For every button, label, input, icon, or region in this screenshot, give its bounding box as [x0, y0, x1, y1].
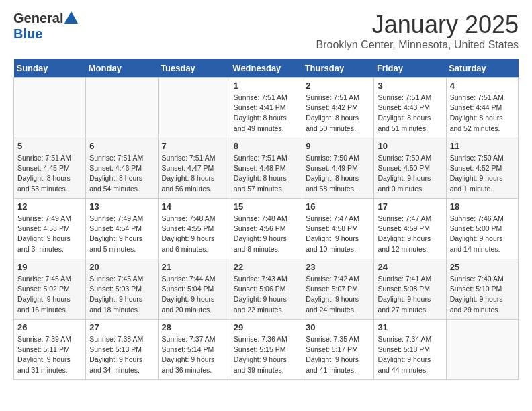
calendar-cell: 2Sunrise: 7:51 AMSunset: 4:42 PMDaylight… — [302, 78, 374, 138]
day-number: 7 — [162, 141, 226, 151]
col-header-sunday: Sunday — [14, 59, 86, 78]
calendar-cell: 20Sunrise: 7:45 AMSunset: 5:03 PMDayligh… — [86, 259, 158, 320]
calendar-cell: 30Sunrise: 7:35 AMSunset: 5:17 PMDayligh… — [302, 320, 374, 380]
logo-blue-text: Blue — [13, 26, 42, 42]
day-number: 6 — [89, 141, 154, 151]
col-header-tuesday: Tuesday — [158, 59, 230, 78]
day-info: Sunrise: 7:50 AMSunset: 4:50 PMDaylight:… — [378, 153, 442, 194]
day-info: Sunrise: 7:49 AMSunset: 4:53 PMDaylight:… — [17, 214, 82, 255]
day-info: Sunrise: 7:34 AMSunset: 5:18 PMDaylight:… — [378, 334, 442, 375]
day-info: Sunrise: 7:50 AMSunset: 4:52 PMDaylight:… — [450, 153, 515, 194]
calendar-cell: 31Sunrise: 7:34 AMSunset: 5:18 PMDayligh… — [374, 320, 446, 380]
calendar-cell: 5Sunrise: 7:51 AMSunset: 4:45 PMDaylight… — [14, 138, 86, 199]
col-header-thursday: Thursday — [302, 59, 374, 78]
calendar-cell: 22Sunrise: 7:43 AMSunset: 5:06 PMDayligh… — [230, 259, 302, 320]
col-header-wednesday: Wednesday — [230, 59, 302, 78]
calendar-cell: 10Sunrise: 7:50 AMSunset: 4:50 PMDayligh… — [374, 138, 446, 199]
day-number: 5 — [17, 141, 82, 151]
day-info: Sunrise: 7:45 AMSunset: 5:02 PMDaylight:… — [17, 274, 82, 315]
calendar-table: SundayMondayTuesdayWednesdayThursdayFrid… — [13, 59, 519, 380]
calendar-cell: 16Sunrise: 7:47 AMSunset: 4:58 PMDayligh… — [302, 199, 374, 259]
day-number: 31 — [378, 322, 442, 332]
calendar-cell: 29Sunrise: 7:36 AMSunset: 5:15 PMDayligh… — [230, 320, 302, 380]
day-number: 29 — [234, 322, 298, 332]
calendar-header-row: SundayMondayTuesdayWednesdayThursdayFrid… — [14, 59, 519, 78]
day-number: 3 — [378, 81, 442, 91]
day-info: Sunrise: 7:42 AMSunset: 5:07 PMDaylight:… — [306, 274, 370, 315]
logo: General Blue — [13, 11, 78, 42]
day-number: 9 — [306, 141, 370, 151]
day-number: 24 — [378, 262, 442, 272]
col-header-monday: Monday — [86, 59, 158, 78]
day-info: Sunrise: 7:51 AMSunset: 4:46 PMDaylight:… — [89, 153, 154, 194]
day-number: 21 — [162, 262, 226, 272]
day-info: Sunrise: 7:51 AMSunset: 4:47 PMDaylight:… — [162, 153, 226, 194]
calendar-cell: 26Sunrise: 7:39 AMSunset: 5:11 PMDayligh… — [14, 320, 86, 380]
day-info: Sunrise: 7:38 AMSunset: 5:13 PMDaylight:… — [89, 334, 154, 375]
day-number: 17 — [378, 201, 442, 212]
calendar-week-row: 12Sunrise: 7:49 AMSunset: 4:53 PMDayligh… — [14, 199, 519, 259]
day-info: Sunrise: 7:50 AMSunset: 4:49 PMDaylight:… — [306, 153, 370, 194]
calendar-cell: 9Sunrise: 7:50 AMSunset: 4:49 PMDaylight… — [302, 138, 374, 199]
calendar-week-row: 5Sunrise: 7:51 AMSunset: 4:45 PMDaylight… — [14, 138, 519, 199]
calendar-cell: 1Sunrise: 7:51 AMSunset: 4:41 PMDaylight… — [230, 78, 302, 138]
day-number: 10 — [378, 141, 442, 151]
day-number: 15 — [234, 201, 298, 212]
calendar-cell: 23Sunrise: 7:42 AMSunset: 5:07 PMDayligh… — [302, 259, 374, 320]
calendar-week-row: 19Sunrise: 7:45 AMSunset: 5:02 PMDayligh… — [14, 259, 519, 320]
calendar-cell: 11Sunrise: 7:50 AMSunset: 4:52 PMDayligh… — [446, 138, 518, 199]
day-number: 27 — [89, 322, 154, 332]
day-info: Sunrise: 7:40 AMSunset: 5:10 PMDaylight:… — [450, 274, 515, 315]
day-number: 23 — [306, 262, 370, 272]
day-number: 26 — [17, 322, 82, 332]
day-info: Sunrise: 7:35 AMSunset: 5:17 PMDaylight:… — [306, 334, 370, 375]
day-info: Sunrise: 7:36 AMSunset: 5:15 PMDaylight:… — [234, 334, 298, 375]
header: General Blue January 2025 Brooklyn Cente… — [13, 11, 519, 51]
calendar-cell — [86, 78, 158, 138]
calendar-cell: 18Sunrise: 7:46 AMSunset: 5:00 PMDayligh… — [446, 199, 518, 259]
calendar-cell: 15Sunrise: 7:48 AMSunset: 4:56 PMDayligh… — [230, 199, 302, 259]
day-number: 25 — [450, 262, 515, 272]
month-title: January 2025 — [316, 11, 519, 39]
day-info: Sunrise: 7:49 AMSunset: 4:54 PMDaylight:… — [89, 214, 154, 255]
col-header-saturday: Saturday — [446, 59, 518, 78]
day-number: 13 — [89, 201, 154, 212]
logo-triangle-icon — [64, 11, 78, 24]
calendar-cell: 27Sunrise: 7:38 AMSunset: 5:13 PMDayligh… — [86, 320, 158, 380]
day-info: Sunrise: 7:37 AMSunset: 5:14 PMDaylight:… — [162, 334, 226, 375]
day-info: Sunrise: 7:48 AMSunset: 4:56 PMDaylight:… — [234, 214, 298, 255]
day-number: 8 — [234, 141, 298, 151]
calendar-cell: 19Sunrise: 7:45 AMSunset: 5:02 PMDayligh… — [14, 259, 86, 320]
day-number: 12 — [17, 201, 82, 212]
title-section: January 2025 Brooklyn Center, Minnesota,… — [316, 11, 519, 51]
day-number: 11 — [450, 141, 515, 151]
day-info: Sunrise: 7:39 AMSunset: 5:11 PMDaylight:… — [17, 334, 82, 375]
day-number: 18 — [450, 201, 515, 212]
calendar-cell — [446, 320, 518, 380]
day-info: Sunrise: 7:43 AMSunset: 5:06 PMDaylight:… — [234, 274, 298, 315]
calendar-cell: 28Sunrise: 7:37 AMSunset: 5:14 PMDayligh… — [158, 320, 230, 380]
day-number: 19 — [17, 262, 82, 272]
day-number: 14 — [162, 201, 226, 212]
day-number: 16 — [306, 201, 370, 212]
calendar-week-row: 26Sunrise: 7:39 AMSunset: 5:11 PMDayligh… — [14, 320, 519, 380]
calendar-week-row: 1Sunrise: 7:51 AMSunset: 4:41 PMDaylight… — [14, 78, 519, 138]
calendar-cell — [14, 78, 86, 138]
day-info: Sunrise: 7:47 AMSunset: 4:59 PMDaylight:… — [378, 214, 442, 255]
calendar-cell: 17Sunrise: 7:47 AMSunset: 4:59 PMDayligh… — [374, 199, 446, 259]
day-number: 1 — [234, 81, 298, 91]
day-info: Sunrise: 7:51 AMSunset: 4:41 PMDaylight:… — [234, 93, 298, 134]
day-info: Sunrise: 7:47 AMSunset: 4:58 PMDaylight:… — [306, 214, 370, 255]
day-info: Sunrise: 7:51 AMSunset: 4:48 PMDaylight:… — [234, 153, 298, 194]
calendar-cell: 14Sunrise: 7:48 AMSunset: 4:55 PMDayligh… — [158, 199, 230, 259]
calendar-cell: 3Sunrise: 7:51 AMSunset: 4:43 PMDaylight… — [374, 78, 446, 138]
calendar-cell: 8Sunrise: 7:51 AMSunset: 4:48 PMDaylight… — [230, 138, 302, 199]
calendar-cell: 6Sunrise: 7:51 AMSunset: 4:46 PMDaylight… — [86, 138, 158, 199]
day-info: Sunrise: 7:46 AMSunset: 5:00 PMDaylight:… — [450, 214, 515, 255]
day-number: 20 — [89, 262, 154, 272]
calendar-cell: 25Sunrise: 7:40 AMSunset: 5:10 PMDayligh… — [446, 259, 518, 320]
logo-general-text: General — [13, 11, 63, 26]
calendar-cell: 4Sunrise: 7:51 AMSunset: 4:44 PMDaylight… — [446, 78, 518, 138]
calendar-cell — [158, 78, 230, 138]
day-info: Sunrise: 7:51 AMSunset: 4:45 PMDaylight:… — [17, 153, 82, 194]
